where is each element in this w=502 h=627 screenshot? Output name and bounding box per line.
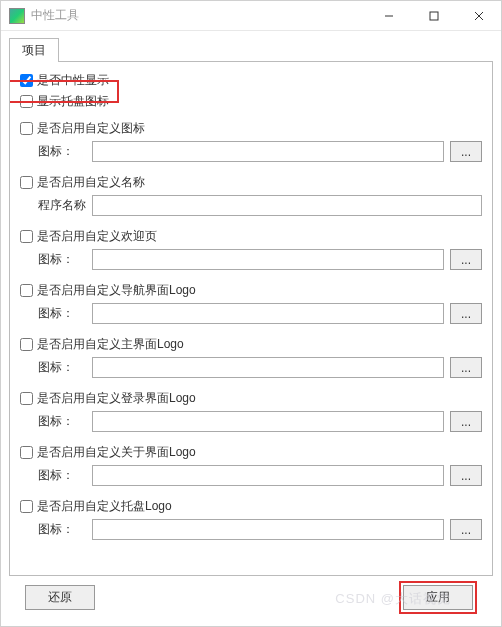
window-controls	[366, 1, 501, 30]
field-label: 图标：	[38, 251, 88, 268]
field-input[interactable]	[92, 519, 444, 540]
section-checkbox[interactable]	[20, 392, 33, 405]
section-field-row: 图标：...	[38, 519, 482, 540]
field-label: 图标：	[38, 521, 88, 538]
browse-button[interactable]: ...	[450, 303, 482, 324]
section-check-row: 是否启用自定义托盘Logo	[20, 498, 482, 515]
field-label: 图标：	[38, 467, 88, 484]
field-label: 图标：	[38, 413, 88, 430]
svg-rect-1	[430, 12, 438, 20]
section-checkbox[interactable]	[20, 446, 33, 459]
client-area: 项目 是否中性显示 显示托盘图标 是否启用自定义图标图标：...是否启用自定义名…	[1, 31, 501, 626]
section-field-row: 图标：...	[38, 357, 482, 378]
field-input[interactable]	[92, 141, 444, 162]
checkbox-neutral-label: 是否中性显示	[37, 72, 109, 89]
section-check-row: 是否启用自定义欢迎页	[20, 228, 482, 245]
app-icon	[9, 8, 25, 24]
check-row-tray: 显示托盘图标	[20, 93, 482, 110]
annotation-highlight-apply: 应用	[399, 581, 477, 614]
field-label: 程序名称	[38, 197, 88, 214]
section-checkbox[interactable]	[20, 284, 33, 297]
section-check-row: 是否启用自定义名称	[20, 174, 482, 191]
section-check-label: 是否启用自定义主界面Logo	[37, 336, 184, 353]
field-input[interactable]	[92, 465, 444, 486]
section-check-row: 是否启用自定义登录界面Logo	[20, 390, 482, 407]
section-check-label: 是否启用自定义图标	[37, 120, 145, 137]
section-check-label: 是否启用自定义登录界面Logo	[37, 390, 196, 407]
section-field-row: 图标：...	[38, 249, 482, 270]
field-input[interactable]	[92, 411, 444, 432]
section-field-row: 程序名称	[38, 195, 482, 216]
checkbox-tray-label: 显示托盘图标	[37, 93, 109, 110]
browse-button[interactable]: ...	[450, 465, 482, 486]
field-input[interactable]	[92, 249, 444, 270]
section-field-row: 图标：...	[38, 465, 482, 486]
browse-button[interactable]: ...	[450, 357, 482, 378]
field-input[interactable]	[92, 357, 444, 378]
field-input[interactable]	[92, 195, 482, 216]
section-field-row: 图标：...	[38, 141, 482, 162]
maximize-button[interactable]	[411, 1, 456, 30]
tab-panel: 是否中性显示 显示托盘图标 是否启用自定义图标图标：...是否启用自定义名称程序…	[9, 61, 493, 576]
section-check-label: 是否启用自定义导航界面Logo	[37, 282, 196, 299]
checkbox-show-tray[interactable]	[20, 95, 33, 108]
browse-button[interactable]: ...	[450, 249, 482, 270]
section-check-row: 是否启用自定义关于界面Logo	[20, 444, 482, 461]
titlebar: 中性工具	[1, 1, 501, 31]
field-label: 图标：	[38, 305, 88, 322]
section-checkbox[interactable]	[20, 338, 33, 351]
section-checkbox[interactable]	[20, 122, 33, 135]
restore-button[interactable]: 还原	[25, 585, 95, 610]
tab-project[interactable]: 项目	[9, 38, 59, 62]
section-check-row: 是否启用自定义导航界面Logo	[20, 282, 482, 299]
field-label: 图标：	[38, 143, 88, 160]
section-check-label: 是否启用自定义托盘Logo	[37, 498, 172, 515]
browse-button[interactable]: ...	[450, 411, 482, 432]
checkbox-neutral-display[interactable]	[20, 74, 33, 87]
section-check-row: 是否启用自定义图标	[20, 120, 482, 137]
section-field-row: 图标：...	[38, 411, 482, 432]
browse-button[interactable]: ...	[450, 141, 482, 162]
section-check-label: 是否启用自定义名称	[37, 174, 145, 191]
field-input[interactable]	[92, 303, 444, 324]
section-checkbox[interactable]	[20, 500, 33, 513]
section-check-label: 是否启用自定义欢迎页	[37, 228, 157, 245]
minimize-button[interactable]	[366, 1, 411, 30]
section-field-row: 图标：...	[38, 303, 482, 324]
section-checkbox[interactable]	[20, 230, 33, 243]
close-button[interactable]	[456, 1, 501, 30]
window: 中性工具 项目 是否中性显示 显示托盘图标 是否启用自定义图标图标：...是否启…	[0, 0, 502, 627]
section-check-row: 是否启用自定义主界面Logo	[20, 336, 482, 353]
field-label: 图标：	[38, 359, 88, 376]
window-title: 中性工具	[31, 7, 79, 24]
check-row-neutral: 是否中性显示	[20, 72, 482, 89]
bottom-bar: 还原 应用	[9, 576, 493, 618]
apply-button[interactable]: 应用	[403, 585, 473, 610]
tab-strip: 项目	[9, 37, 493, 61]
section-checkbox[interactable]	[20, 176, 33, 189]
section-check-label: 是否启用自定义关于界面Logo	[37, 444, 196, 461]
browse-button[interactable]: ...	[450, 519, 482, 540]
